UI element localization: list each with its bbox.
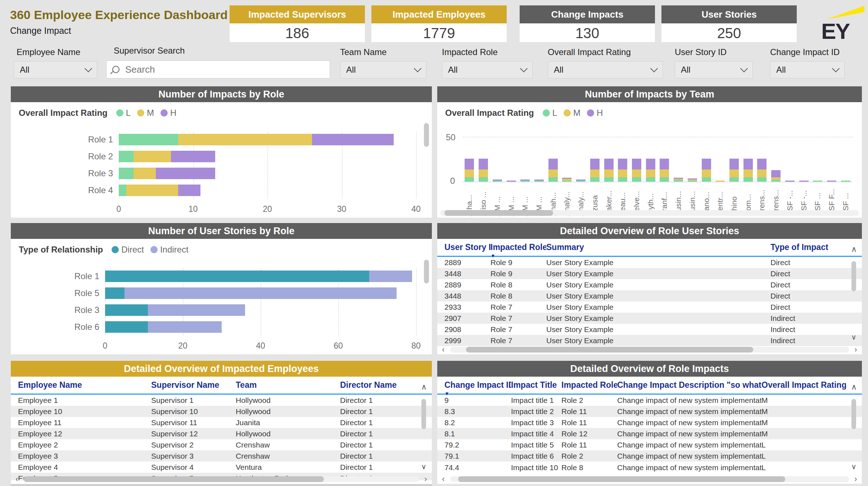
scroll-up-icon[interactable]: ∧ bbox=[851, 245, 857, 254]
bar-segment-l[interactable] bbox=[119, 185, 126, 196]
bar-segment-l[interactable] bbox=[660, 177, 669, 182]
vertical-scrollbar-thumb[interactable] bbox=[424, 260, 429, 283]
scroll-down-icon[interactable]: ∨ bbox=[851, 462, 856, 471]
filter-dropdown-user-story-id[interactable]: All bbox=[675, 61, 753, 78]
column-header[interactable]: Team bbox=[236, 380, 340, 390]
bar-segment-m[interactable] bbox=[590, 169, 600, 177]
table-row[interactable]: Employee 1Supervisor 1HollywoodDirector … bbox=[11, 395, 432, 406]
scroll-up-icon[interactable]: ∧ bbox=[851, 382, 857, 392]
bar-segment-indirect[interactable] bbox=[369, 271, 412, 282]
bar-segment-h[interactable] bbox=[799, 181, 809, 182]
column-header[interactable]: Director Name bbox=[340, 380, 416, 390]
bar-segment-m[interactable] bbox=[479, 169, 488, 177]
horizontal-scrollbar[interactable] bbox=[440, 209, 859, 217]
bar-segment-h[interactable] bbox=[785, 181, 795, 182]
table-row[interactable]: Employee 12Supervisor 12HollywoodDirecto… bbox=[11, 428, 432, 439]
table-row[interactable]: Employee 11Supervisor 11JuanitaDirector … bbox=[11, 417, 432, 428]
bar-segment-l[interactable] bbox=[646, 177, 655, 182]
bar-segment-m[interactable] bbox=[660, 169, 669, 177]
scroll-left-icon[interactable]: ‹ bbox=[440, 476, 447, 483]
supervisor-search-input[interactable]: Search bbox=[106, 60, 330, 78]
table-row[interactable]: 8.2Impact title 3Role 11Change impact of… bbox=[437, 417, 862, 428]
bar-segment-h[interactable] bbox=[604, 159, 614, 169]
bar-segment-l[interactable] bbox=[576, 181, 586, 182]
bar-segment-h[interactable] bbox=[156, 168, 215, 179]
scrollbar-thumb[interactable] bbox=[24, 476, 324, 482]
scrollbar-track[interactable] bbox=[450, 476, 849, 482]
bar-segment-h[interactable] bbox=[548, 159, 558, 169]
bar-segment-m[interactable] bbox=[743, 169, 753, 177]
column-header[interactable]: Summary bbox=[546, 242, 770, 252]
table-row[interactable]: 2907Role 7User Story ExampleIndirect bbox=[437, 313, 862, 324]
column-header[interactable]: Impacted Role bbox=[561, 380, 617, 390]
bar-segment-h[interactable] bbox=[827, 181, 836, 182]
vertical-scrollbar-thumb[interactable] bbox=[851, 399, 856, 429]
scroll-down-icon[interactable]: ∨ bbox=[851, 333, 856, 341]
table-row[interactable]: 2999Role 7User Story ExampleIndirect bbox=[437, 335, 862, 346]
scrollbar-thumb[interactable] bbox=[444, 210, 553, 216]
bar-segment-l[interactable] bbox=[520, 181, 530, 182]
bar-segment-l[interactable] bbox=[688, 181, 697, 182]
table-row[interactable]: 79.1Impact title 6Role 2Change impact of… bbox=[437, 450, 862, 462]
bar-segment-l[interactable] bbox=[119, 134, 178, 145]
legend-item-direct[interactable]: Direct bbox=[112, 245, 144, 255]
column-header[interactable]: Impact Title bbox=[511, 380, 561, 390]
bar-segment-indirect[interactable] bbox=[148, 304, 245, 316]
bar-segment-l[interactable] bbox=[562, 181, 571, 182]
column-header[interactable]: Impacted Role▼ bbox=[490, 242, 546, 258]
bar-segment-m[interactable] bbox=[646, 169, 655, 177]
bar-segment-l[interactable] bbox=[604, 177, 614, 182]
bar-segment-l[interactable] bbox=[119, 168, 134, 179]
column-header[interactable]: Change Impact Description "so what" bbox=[617, 380, 761, 390]
bar-segment-m[interactable] bbox=[134, 168, 156, 179]
bar-segment-h[interactable] bbox=[632, 159, 641, 169]
bar-segment-l[interactable] bbox=[590, 177, 600, 182]
bar-segment-h[interactable] bbox=[312, 134, 394, 145]
bar-segment-m[interactable] bbox=[632, 169, 641, 177]
filter-dropdown-change-impact-id[interactable]: All bbox=[770, 61, 845, 78]
bar-segment-l[interactable] bbox=[841, 181, 850, 182]
table-row[interactable]: 8.3Impact title 2Role 11Change impact of… bbox=[437, 406, 862, 417]
scroll-right-icon[interactable]: › bbox=[422, 476, 429, 483]
scrollbar-thumb[interactable] bbox=[458, 476, 785, 482]
scroll-down-icon[interactable]: ∨ bbox=[421, 462, 426, 471]
filter-dropdown-employee-name[interactable]: All bbox=[14, 61, 97, 78]
bar-segment-m[interactable] bbox=[134, 151, 171, 162]
bar-segment-l[interactable] bbox=[632, 177, 641, 182]
bar-segment-h[interactable] bbox=[590, 159, 600, 169]
scrollbar-track[interactable] bbox=[24, 476, 419, 482]
vertical-scrollbar-thumb[interactable] bbox=[424, 123, 429, 147]
legend-item-h[interactable]: H bbox=[587, 108, 603, 118]
bar-segment-h[interactable] bbox=[660, 159, 669, 169]
bar-segment-h[interactable] bbox=[479, 159, 488, 169]
column-header[interactable]: Supervisor Name bbox=[151, 380, 236, 390]
bar-segment-l[interactable] bbox=[813, 181, 822, 182]
bar-segment-l[interactable] bbox=[493, 181, 502, 182]
bar-segment-h[interactable] bbox=[465, 159, 474, 169]
table-row[interactable]: Employee 2Supervisor 2CrenshawDirector 1 bbox=[11, 439, 432, 450]
table-row[interactable]: Employee 3Supervisor 3CrenshawDirector 1 bbox=[11, 450, 432, 462]
scroll-left-icon[interactable]: ‹ bbox=[14, 476, 20, 483]
bar-segment-direct[interactable] bbox=[105, 287, 125, 299]
filter-dropdown-overall-impact-rating[interactable]: All bbox=[548, 61, 663, 78]
bar-segment-h[interactable] bbox=[757, 159, 767, 169]
bar-segment-h[interactable] bbox=[729, 159, 739, 169]
filter-dropdown-impacted-role[interactable]: All bbox=[442, 61, 533, 78]
legend-item-l[interactable]: L bbox=[543, 108, 557, 118]
table-row[interactable]: 8.1Impact title 4Role 12Change impact of… bbox=[437, 428, 862, 439]
table-row[interactable]: 2889Role 8User Story ExampleDirect bbox=[437, 279, 862, 290]
scroll-left-icon[interactable]: ‹ bbox=[440, 346, 447, 353]
bar-segment-l[interactable] bbox=[548, 177, 558, 182]
bar-segment-l[interactable] bbox=[674, 180, 683, 182]
legend-item-h[interactable]: H bbox=[161, 108, 176, 118]
bar-segment-indirect[interactable] bbox=[125, 287, 397, 299]
bar-segment-l[interactable] bbox=[465, 177, 474, 182]
bar-segment-m[interactable] bbox=[715, 181, 725, 182]
bar-segment-l[interactable] bbox=[743, 177, 753, 182]
bar-segment-m[interactable] bbox=[618, 169, 627, 177]
column-header[interactable]: Overall Impact Rating bbox=[761, 380, 846, 390]
bar-segment-m[interactable] bbox=[729, 169, 739, 177]
column-header[interactable]: Employee Name bbox=[18, 380, 151, 390]
scroll-right-icon[interactable]: › bbox=[853, 476, 859, 483]
legend-item-indirect[interactable]: Indirect bbox=[150, 245, 189, 255]
